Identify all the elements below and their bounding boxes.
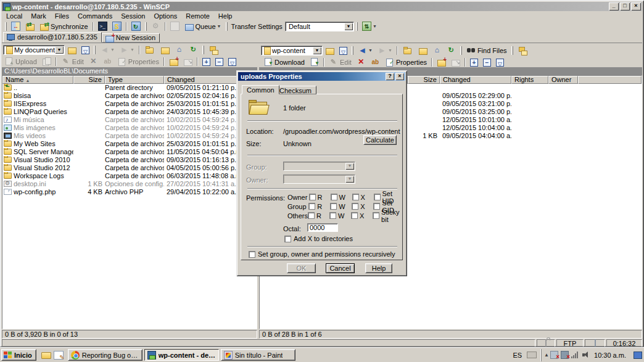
left-select-button[interactable]: + (200, 56, 213, 67)
file-row[interactable]: IISExpress Carpeta de archivos 25/03/201… (2, 100, 257, 108)
tab-checksum[interactable]: Checksum (275, 86, 316, 94)
permission-checkbox[interactable] (308, 203, 315, 210)
left-drive-combo[interactable]: My documents ▼ (3, 45, 65, 55)
title-bar[interactable]: wp-content - desarrollo@107.180.5.235 - … (2, 2, 642, 11)
left-refresh-button[interactable]: ↻ (186, 44, 200, 56)
column-header-changed[interactable]: Changed (440, 76, 511, 84)
column-header-type[interactable]: Type (105, 76, 164, 84)
toolbar-grip[interactable] (356, 22, 358, 31)
tray-network-icon[interactable]: × (550, 351, 558, 359)
permission-checkbox[interactable] (352, 194, 359, 200)
toolbar-grip[interactable] (226, 22, 228, 31)
file-row[interactable]: Mis videos Carpeta de archivos 10/02/201… (2, 132, 257, 140)
combo-dropdown-button[interactable]: ▼ (344, 23, 353, 30)
transfer-options-button[interactable]: ⇅▼ (360, 20, 379, 32)
file-row[interactable]: SQL Server Manageme... Carpeta de archiv… (2, 148, 257, 156)
keyboard-icon[interactable] (527, 352, 537, 358)
combo-dropdown-button[interactable]: ▼ (313, 47, 321, 54)
file-row[interactable]: Mi música Carpeta de archivos 10/02/2015… (2, 116, 257, 124)
left-new-folder-button[interactable] (167, 56, 181, 67)
quick-launch-explorer-icon[interactable] (41, 352, 51, 359)
show-desktop-button[interactable] (634, 352, 642, 359)
help-button[interactable]: Help (365, 263, 392, 273)
right-forward-button[interactable]: ▶▼ (375, 44, 395, 56)
file-row[interactable]: Visual Studio 2012 Carpeta de archivos 0… (2, 164, 257, 172)
left-parent-directory-button[interactable] (142, 44, 158, 56)
left-selection-filter-button[interactable] (226, 56, 239, 67)
open-terminal-button[interactable]: >_ (96, 20, 110, 32)
special-permission-checkbox[interactable] (373, 212, 379, 219)
right-parent-directory-button[interactable] (400, 44, 416, 56)
right-delete-button[interactable]: ✕ (354, 56, 368, 68)
toolbar-grip[interactable] (94, 46, 96, 54)
queue-file-button[interactable] (168, 20, 182, 32)
group-combo[interactable]: ▼ (283, 162, 355, 171)
ok-button[interactable]: OK (287, 263, 316, 273)
toolbar-grip[interactable] (5, 22, 7, 31)
left-edit-button[interactable]: ✎Edit (59, 56, 86, 67)
toolbar-grip[interactable] (352, 46, 353, 55)
dialog-help-button[interactable]: ? (386, 73, 394, 80)
menu-item[interactable]: Local (2, 12, 27, 20)
combo-dropdown-button[interactable]: ▼ (345, 163, 354, 170)
menu-item[interactable]: Help (214, 12, 237, 20)
column-header-name[interactable]: Name ▲ (2, 76, 73, 84)
octal-input[interactable]: 0000 (307, 223, 338, 232)
menu-item[interactable]: Remote (181, 12, 214, 20)
combo-dropdown-button[interactable]: ▼ (55, 46, 64, 54)
signal-strength-icon[interactable] (571, 351, 579, 359)
right-tree-button[interactable] (515, 44, 529, 56)
session-tab-active[interactable]: desarrollo@107.180.5.235 (3, 32, 102, 43)
right-properties-button[interactable]: Properties (382, 56, 429, 68)
right-back-button[interactable]: ◀▼ (355, 44, 375, 56)
left-forward-button[interactable]: ▶▼ (117, 44, 137, 56)
column-header-owner[interactable]: Owner (548, 76, 578, 84)
owner-combo[interactable]: ▼ (283, 175, 355, 184)
recursive-checkbox[interactable] (249, 251, 255, 258)
right-open-directory-button[interactable] (323, 44, 337, 56)
left-back-button[interactable]: ◀▼ (97, 44, 117, 56)
file-row[interactable]: blsisa Carpeta de archivos 02/05/2015 02… (2, 92, 257, 100)
menu-item[interactable]: Commands (73, 12, 117, 20)
synchronize-button[interactable]: Synchronize (37, 20, 91, 32)
right-go-to-directory-button[interactable] (448, 56, 463, 68)
menu-item[interactable]: Session (117, 12, 149, 20)
taskbar-task[interactable]: wp-content - desarrol... (144, 349, 219, 361)
left-root-directory-button[interactable] (158, 44, 172, 56)
compare-directories-button[interactable]: ↔ (9, 20, 23, 32)
minimize-button[interactable]: _ (609, 2, 619, 10)
left-properties-button[interactable]: Properties (115, 56, 162, 67)
toolbar-grip[interactable] (145, 22, 147, 31)
calculate-button[interactable]: Calculate (363, 135, 397, 145)
cancel-button[interactable]: Cancel (326, 263, 355, 273)
right-selection-filter-button[interactable] (493, 56, 506, 68)
permission-checkbox[interactable] (309, 194, 316, 200)
permission-checkbox[interactable] (351, 212, 358, 219)
taskbar-task[interactable]: Sin título - Paint (221, 349, 295, 361)
permission-checkbox[interactable] (352, 203, 358, 210)
find-files-button[interactable]: Find Files (464, 44, 510, 56)
file-row[interactable]: Mis imágenes Carpeta de archivos 10/02/2… (2, 124, 257, 132)
download-button[interactable]: Download (261, 56, 307, 68)
add-x-checkbox[interactable] (284, 236, 291, 242)
new-session-tab[interactable]: New Session (102, 33, 160, 43)
restore-button[interactable]: □ (620, 2, 630, 10)
right-copy-button[interactable] (307, 56, 321, 68)
file-row[interactable]: My Web Sites Carpeta de archivos 25/03/2… (2, 140, 257, 148)
add-x-checkbox-row[interactable]: Add X to directories (284, 235, 353, 242)
close-button[interactable]: × (631, 2, 641, 10)
column-header-size[interactable]: Size (408, 76, 440, 84)
right-edit-button[interactable]: ✎Edit (326, 56, 354, 68)
taskbar-task[interactable]: Reporting Bug or Asking ... (68, 349, 142, 361)
right-new-folder-button[interactable] (434, 56, 448, 68)
left-rename-button[interactable]: ab (101, 56, 115, 67)
menu-item[interactable]: Mark (27, 12, 50, 20)
left-path-bar[interactable]: C:\Users\DesarrolloBL\Documents (2, 67, 257, 75)
menu-item[interactable]: Files (51, 12, 73, 20)
dialog-close-button[interactable]: × (395, 73, 404, 80)
toolbar-grip[interactable] (202, 46, 204, 54)
synchronize-browsing-button[interactable] (23, 20, 37, 32)
transfer-settings-combo[interactable]: Default ▼ (285, 22, 354, 31)
left-home-directory-button[interactable]: ⌂ (172, 44, 186, 56)
quick-launch-notepad-icon[interactable] (54, 351, 64, 360)
